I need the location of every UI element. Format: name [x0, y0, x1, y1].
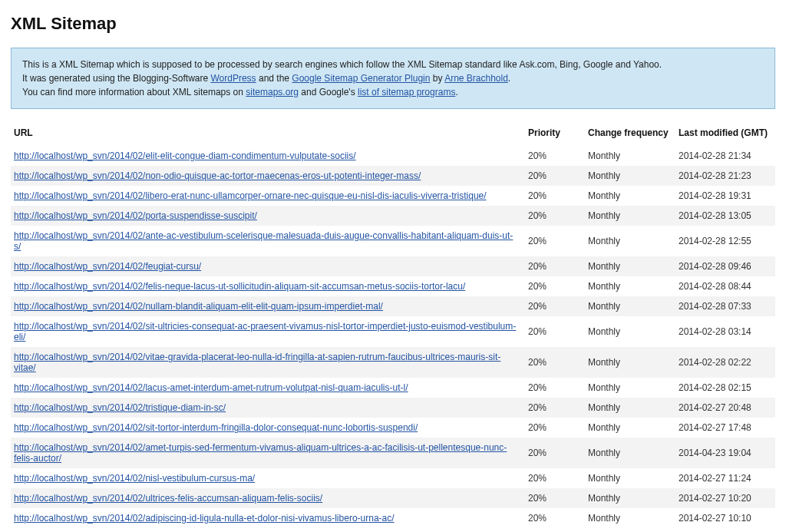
table-row: http://localhost/wp_svn/2014/02/sit-ultr…: [11, 316, 775, 347]
url-link[interactable]: http://localhost/wp_svn/2014/02/libero-e…: [14, 190, 487, 201]
cell-priority: 20%: [525, 438, 585, 468]
cell-priority: 20%: [525, 347, 585, 378]
cell-lastmod: 2014-02-27 10:10: [675, 508, 775, 528]
cell-url: http://localhost/wp_svn/2014/02/tristiqu…: [11, 398, 525, 418]
table-row: http://localhost/wp_svn/2014/02/feugiat-…: [11, 256, 775, 276]
cell-changefreq: Monthly: [585, 206, 675, 226]
cell-lastmod: 2014-02-28 08:44: [675, 276, 775, 296]
url-link[interactable]: http://localhost/wp_svn/2014/02/nullam-b…: [14, 301, 383, 312]
cell-lastmod: 2014-02-28 02:15: [675, 378, 775, 398]
url-link[interactable]: http://localhost/wp_svn/2014/02/tristiqu…: [14, 402, 226, 413]
table-header-row: URL Priority Change frequency Last modif…: [11, 123, 775, 146]
table-row: http://localhost/wp_svn/2014/02/nisl-ves…: [11, 468, 775, 488]
url-link[interactable]: http://localhost/wp_svn/2014/02/porta-su…: [14, 210, 257, 221]
url-link[interactable]: http://localhost/wp_svn/2014/02/ante-ac-…: [14, 230, 513, 252]
link-wordpress[interactable]: WordPress: [210, 73, 256, 84]
cell-url: http://localhost/wp_svn/2014/02/lacus-am…: [11, 378, 525, 398]
cell-priority: 20%: [525, 378, 585, 398]
cell-url: http://localhost/wp_svn/2014/02/porta-su…: [11, 206, 525, 226]
table-row: http://localhost/wp_svn/2014/02/amet-tur…: [11, 438, 775, 468]
cell-changefreq: Monthly: [585, 166, 675, 186]
cell-changefreq: Monthly: [585, 296, 675, 316]
url-link[interactable]: http://localhost/wp_svn/2014/02/vitae-gr…: [14, 352, 500, 373]
cell-lastmod: 2014-02-28 13:05: [675, 206, 775, 226]
info-line-2-mid: and the: [256, 73, 292, 84]
cell-priority: 20%: [525, 166, 585, 186]
cell-priority: 20%: [525, 256, 585, 276]
link-plugin[interactable]: Google Sitemap Generator Plugin: [292, 73, 430, 84]
url-link[interactable]: http://localhost/wp_svn/2014/02/sit-ultr…: [14, 321, 516, 342]
col-lastmod: Last modified (GMT): [675, 123, 775, 146]
sitemap-table: URL Priority Change frequency Last modif…: [11, 123, 775, 528]
cell-changefreq: Monthly: [585, 256, 675, 276]
cell-lastmod: 2014-02-28 02:22: [675, 347, 775, 378]
table-row: http://localhost/wp_svn/2014/02/adipisci…: [11, 508, 775, 528]
url-link[interactable]: http://localhost/wp_svn/2014/02/amet-tur…: [14, 442, 507, 464]
cell-changefreq: Monthly: [585, 438, 675, 468]
cell-url: http://localhost/wp_svn/2014/02/sit-tort…: [11, 418, 525, 438]
cell-changefreq: Monthly: [585, 186, 675, 206]
url-link[interactable]: http://localhost/wp_svn/2014/02/elit-eli…: [14, 150, 356, 161]
cell-changefreq: Monthly: [585, 488, 675, 508]
cell-changefreq: Monthly: [585, 378, 675, 398]
cell-changefreq: Monthly: [585, 226, 675, 256]
cell-changefreq: Monthly: [585, 316, 675, 347]
url-link[interactable]: http://localhost/wp_svn/2014/02/lacus-am…: [14, 382, 408, 393]
cell-priority: 20%: [525, 296, 585, 316]
url-link[interactable]: http://localhost/wp_svn/2014/02/nisl-ves…: [14, 473, 255, 484]
link-sitemap-programs[interactable]: list of sitemap programs: [358, 87, 455, 97]
col-priority: Priority: [525, 123, 585, 146]
cell-priority: 20%: [525, 508, 585, 528]
url-link[interactable]: http://localhost/wp_svn/2014/02/sit-tort…: [14, 422, 418, 433]
page-root: XML Sitemap This is a XML Sitemap which …: [0, 0, 786, 532]
cell-changefreq: Monthly: [585, 468, 675, 488]
info-line-1: This is a XML Sitemap which is supposed …: [22, 59, 662, 70]
cell-url: http://localhost/wp_svn/2014/02/adipisci…: [11, 508, 525, 528]
cell-url: http://localhost/wp_svn/2014/02/ante-ac-…: [11, 226, 525, 256]
table-row: http://localhost/wp_svn/2014/02/felis-ne…: [11, 276, 775, 296]
cell-priority: 20%: [525, 226, 585, 256]
cell-url: http://localhost/wp_svn/2014/02/nullam-b…: [11, 296, 525, 316]
info-line-2-by: by: [430, 73, 444, 84]
cell-priority: 20%: [525, 186, 585, 206]
cell-url: http://localhost/wp_svn/2014/02/elit-eli…: [11, 146, 525, 166]
link-author[interactable]: Arne Brachhold: [444, 73, 508, 84]
url-link[interactable]: http://localhost/wp_svn/2014/02/felis-ne…: [14, 281, 465, 292]
cell-lastmod: 2014-02-28 07:33: [675, 296, 775, 316]
table-row: http://localhost/wp_svn/2014/02/tristiqu…: [11, 398, 775, 418]
col-changefreq: Change frequency: [585, 123, 675, 146]
cell-changefreq: Monthly: [585, 276, 675, 296]
url-link[interactable]: http://localhost/wp_svn/2014/02/adipisci…: [14, 513, 395, 524]
page-title: XML Sitemap: [11, 14, 775, 34]
cell-priority: 20%: [525, 398, 585, 418]
cell-priority: 20%: [525, 418, 585, 438]
cell-lastmod: 2014-02-28 12:55: [675, 226, 775, 256]
cell-lastmod: 2014-02-27 17:48: [675, 418, 775, 438]
cell-lastmod: 2014-02-28 21:34: [675, 146, 775, 166]
cell-lastmod: 2014-04-23 19:04: [675, 438, 775, 468]
cell-url: http://localhost/wp_svn/2014/02/felis-ne…: [11, 276, 525, 296]
cell-lastmod: 2014-02-27 10:20: [675, 488, 775, 508]
cell-changefreq: Monthly: [585, 146, 675, 166]
col-url: URL: [11, 123, 525, 146]
cell-lastmod: 2014-02-28 03:14: [675, 316, 775, 347]
cell-priority: 20%: [525, 206, 585, 226]
url-link[interactable]: http://localhost/wp_svn/2014/02/non-odio…: [14, 170, 421, 181]
table-row: http://localhost/wp_svn/2014/02/vitae-gr…: [11, 347, 775, 378]
cell-priority: 20%: [525, 316, 585, 347]
cell-url: http://localhost/wp_svn/2014/02/non-odio…: [11, 166, 525, 186]
cell-priority: 20%: [525, 276, 585, 296]
link-sitemaps-org[interactable]: sitemaps.org: [246, 87, 299, 97]
info-line-2-end: .: [508, 73, 510, 84]
table-row: http://localhost/wp_svn/2014/02/nullam-b…: [11, 296, 775, 316]
cell-url: http://localhost/wp_svn/2014/02/feugiat-…: [11, 256, 525, 276]
table-row: http://localhost/wp_svn/2014/02/ante-ac-…: [11, 226, 775, 256]
table-row: http://localhost/wp_svn/2014/02/porta-su…: [11, 206, 775, 226]
url-link[interactable]: http://localhost/wp_svn/2014/02/feugiat-…: [14, 261, 201, 272]
info-box: This is a XML Sitemap which is supposed …: [11, 48, 775, 109]
cell-url: http://localhost/wp_svn/2014/02/nisl-ves…: [11, 468, 525, 488]
cell-priority: 20%: [525, 488, 585, 508]
table-row: http://localhost/wp_svn/2014/02/sit-tort…: [11, 418, 775, 438]
url-link[interactable]: http://localhost/wp_svn/2014/02/ultrices…: [14, 493, 322, 504]
info-line-3-mid: and Google's: [299, 87, 358, 97]
